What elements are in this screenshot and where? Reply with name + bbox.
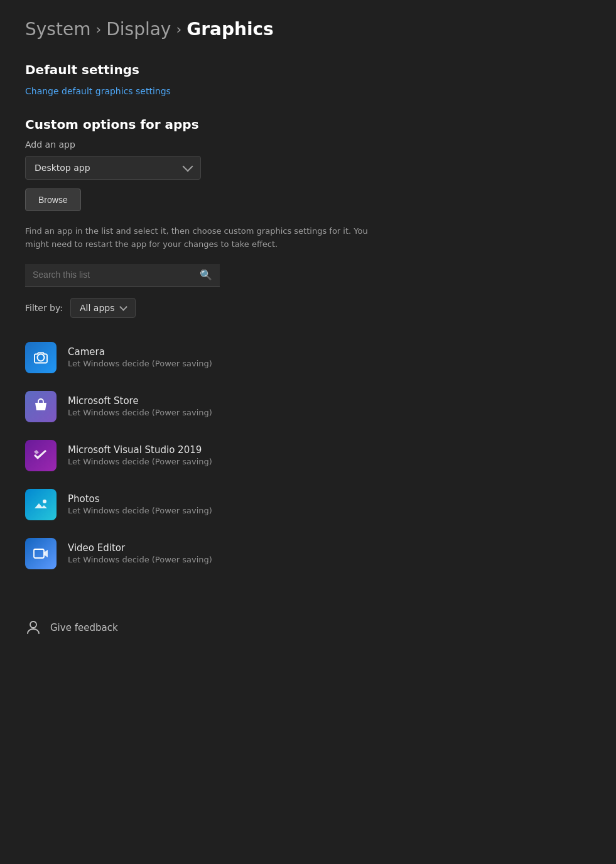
svg-point-1	[43, 500, 46, 503]
app-icon-camera	[25, 342, 57, 373]
app-info: Camera Let Windows decide (Power saving)	[68, 346, 212, 368]
app-setting: Let Windows decide (Power saving)	[68, 506, 212, 515]
app-info: Microsoft Visual Studio 2019 Let Windows…	[68, 444, 212, 466]
search-icon: 🔍	[200, 269, 212, 281]
app-icon-video	[25, 538, 57, 569]
breadcrumb: System › Display › Graphics	[25, 19, 591, 40]
add-app-label: Add an app	[25, 139, 591, 150]
list-item[interactable]: Microsoft Store Let Windows decide (Powe…	[25, 382, 591, 431]
dropdown-value: Desktop app	[35, 163, 90, 173]
app-icon-photos	[25, 489, 57, 520]
svg-point-0	[38, 354, 45, 361]
app-icon-vs	[25, 440, 57, 471]
feedback-link[interactable]: Give feedback	[50, 622, 118, 633]
hint-text: Find an app in the list and select it, t…	[25, 225, 377, 251]
list-item[interactable]: Microsoft Visual Studio 2019 Let Windows…	[25, 431, 591, 480]
breadcrumb-graphics: Graphics	[186, 19, 274, 40]
app-name: Camera	[68, 346, 212, 358]
app-setting: Let Windows decide (Power saving)	[68, 359, 212, 368]
filter-value: All apps	[80, 303, 114, 313]
list-item[interactable]: Camera Let Windows decide (Power saving)	[25, 333, 591, 382]
feedback-icon	[25, 618, 41, 638]
breadcrumb-sep-2: ›	[176, 21, 181, 37]
svg-point-3	[30, 621, 36, 628]
app-setting: Let Windows decide (Power saving)	[68, 457, 212, 466]
browse-button[interactable]: Browse	[25, 189, 81, 211]
chevron-down-icon	[120, 303, 128, 311]
custom-options-title: Custom options for apps	[25, 117, 591, 132]
list-item[interactable]: Video Editor Let Windows decide (Power s…	[25, 529, 591, 578]
app-name: Video Editor	[68, 542, 212, 554]
feedback-section: Give feedback	[25, 608, 591, 638]
filter-row: Filter by: All apps	[25, 298, 591, 318]
breadcrumb-system[interactable]: System	[25, 19, 90, 40]
breadcrumb-sep-1: ›	[95, 21, 101, 37]
app-name: Photos	[68, 493, 212, 505]
app-info: Microsoft Store Let Windows decide (Powe…	[68, 395, 212, 417]
app-list: Camera Let Windows decide (Power saving)…	[25, 333, 591, 578]
filter-dropdown[interactable]: All apps	[70, 298, 136, 318]
app-setting: Let Windows decide (Power saving)	[68, 408, 212, 417]
app-info: Photos Let Windows decide (Power saving)	[68, 493, 212, 515]
app-icon-store	[25, 391, 57, 422]
search-input[interactable]	[33, 270, 195, 280]
chevron-down-icon	[183, 161, 193, 172]
app-info: Video Editor Let Windows decide (Power s…	[68, 542, 212, 564]
desktop-app-dropdown[interactable]: Desktop app	[25, 156, 201, 180]
app-setting: Let Windows decide (Power saving)	[68, 555, 212, 564]
custom-options-section: Custom options for apps Add an app Deskt…	[25, 117, 591, 578]
default-settings-title: Default settings	[25, 62, 591, 77]
app-name: Microsoft Store	[68, 395, 212, 407]
breadcrumb-display[interactable]: Display	[106, 19, 171, 40]
change-default-graphics-link[interactable]: Change default graphics settings	[25, 86, 171, 96]
list-item[interactable]: Photos Let Windows decide (Power saving)	[25, 480, 591, 529]
default-settings-section: Default settings Change default graphics…	[25, 62, 591, 97]
app-name: Microsoft Visual Studio 2019	[68, 444, 212, 456]
search-box: 🔍	[25, 264, 220, 287]
svg-rect-2	[34, 549, 44, 558]
filter-label: Filter by:	[25, 303, 63, 313]
